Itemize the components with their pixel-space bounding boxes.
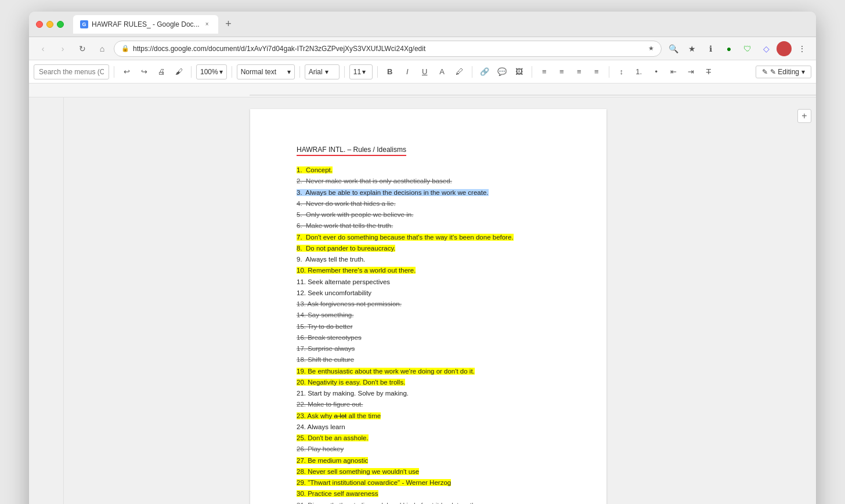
indent-increase-button[interactable]: ⇥: [684, 64, 699, 79]
extension-icon-green[interactable]: ●: [721, 41, 737, 57]
indent-decrease-button[interactable]: ⇤: [666, 64, 681, 79]
item-text: 13. Ask forgiveness not permission.: [297, 300, 402, 307]
item-text: 20. Negativity is easy. Don't be trolls.: [297, 379, 405, 386]
list-item: 28. Never sell something we wouldn't use: [297, 467, 560, 477]
menu-button[interactable]: ⋮: [794, 41, 810, 57]
tab-bar: G HAWRAF RULES_ - Google Doc... × +: [73, 15, 809, 34]
list-item: 15. Try to do better: [297, 322, 560, 332]
item-text: 2. Never make work that is only aestheti…: [297, 177, 452, 184]
list-item: 19. Be enthusiastic about the work we're…: [297, 367, 560, 376]
close-window-button[interactable]: [36, 21, 43, 28]
nav-bar: ‹ › ↻ ⌂ 🔒 https://docs.google.com/docume…: [29, 37, 816, 60]
info-button[interactable]: ℹ: [702, 41, 718, 57]
item-text: 11. Seek alternate perspectives: [297, 278, 390, 285]
font-value: Arial: [309, 68, 323, 76]
font-dropdown-icon: ▾: [325, 68, 328, 76]
user-avatar[interactable]: [777, 41, 792, 56]
divider-9: [609, 66, 609, 78]
minimize-window-button[interactable]: [46, 21, 53, 28]
tab-close-button[interactable]: ×: [203, 20, 211, 28]
link-button[interactable]: 🔗: [477, 64, 492, 79]
bullet-list-button[interactable]: •: [649, 64, 664, 79]
text-color-button[interactable]: A: [435, 64, 450, 79]
search-button[interactable]: 🔍: [665, 41, 681, 57]
divider-6: [377, 66, 378, 78]
zoom-dropdown-icon: ▾: [219, 68, 223, 76]
url-bar[interactable]: 🔒 https://docs.google.com/document/d/1xA…: [114, 41, 662, 57]
back-button[interactable]: ‹: [35, 41, 51, 57]
item-text: 6. Make work that tells the truth.: [297, 222, 393, 229]
align-left-button[interactable]: ≡: [537, 64, 552, 79]
list-item: 17. Surprise always: [297, 344, 560, 354]
right-panel: +: [793, 97, 816, 504]
comment-button[interactable]: 💬: [494, 64, 510, 79]
maximize-window-button[interactable]: [57, 21, 64, 28]
list-item: 14. Say something.: [297, 310, 560, 320]
document-page: HAWRAF INTL. – Rules / Idealisms 1. Conc…: [250, 109, 606, 504]
item-text: 24. Always learn: [297, 423, 345, 430]
editing-label: ✎ Editing: [770, 68, 799, 76]
item-text: 8. Do not pander to bureaucracy.: [297, 245, 395, 252]
list-item: 29. "Thwart institutional cowardice" - W…: [297, 478, 560, 488]
print-button[interactable]: 🖨: [154, 64, 169, 79]
style-value: Normal text: [241, 68, 276, 76]
underline-button[interactable]: U: [417, 64, 432, 79]
font-size-selector[interactable]: 11 ▾: [349, 64, 373, 79]
editing-mode-badge[interactable]: ✎ ✎ Editing ▾: [756, 66, 811, 78]
add-content-button[interactable]: +: [797, 109, 811, 123]
item-text: 21. Start by making. Solve by making.: [297, 390, 409, 397]
home-button[interactable]: ⌂: [94, 41, 110, 57]
list-item: 16. Break stereotypes: [297, 333, 560, 343]
highlight-color-button[interactable]: 🖊: [452, 64, 467, 79]
align-center-button[interactable]: ≡: [554, 64, 569, 79]
bookmark-button[interactable]: ★: [684, 41, 700, 57]
item-text: 17. Surprise always: [297, 345, 355, 352]
list-item: 10. Remember there's a world out there.: [297, 266, 560, 275]
bold-button[interactable]: B: [382, 64, 398, 79]
size-dropdown-icon: ▾: [362, 68, 366, 76]
italic-button[interactable]: I: [400, 64, 415, 79]
item-text: 16. Break stereotypes: [297, 334, 362, 341]
line-spacing-button[interactable]: ↕: [614, 64, 629, 79]
new-tab-button[interactable]: +: [221, 16, 237, 32]
undo-button[interactable]: ↩: [119, 64, 134, 79]
item-text: 26. Play hockey: [297, 445, 344, 452]
extension-icon-purple[interactable]: ◇: [758, 41, 774, 57]
title-bar: G HAWRAF RULES_ - Google Doc... × +: [29, 12, 816, 37]
item-text: 12. Seek uncomfortability: [297, 289, 371, 296]
divider-8: [532, 66, 532, 78]
item-text: 1. Concept.: [297, 166, 333, 173]
refresh-button[interactable]: ↻: [74, 41, 91, 57]
tab-title: HAWRAF RULES_ - Google Doc...: [92, 20, 200, 28]
justify-button[interactable]: ≡: [589, 64, 604, 79]
item-text: 25. Don't be an asshole.: [297, 434, 369, 441]
item-text: 14. Say something.: [297, 311, 353, 318]
left-panel: [29, 97, 64, 504]
list-item: 31. Dismantle the studio model and kind …: [297, 501, 560, 505]
numbered-list-button[interactable]: 1.: [631, 64, 647, 79]
menu-search[interactable]: [34, 64, 109, 79]
list-item: 4. Never do work that hides a lie.: [297, 199, 560, 209]
list-item: 12. Seek uncomfortability: [297, 288, 560, 298]
image-button[interactable]: 🖼: [512, 64, 527, 79]
clear-formatting-button[interactable]: T̶: [701, 64, 716, 79]
format-paint-button[interactable]: 🖌: [171, 64, 186, 79]
list-item: 11. Seek alternate perspectives: [297, 277, 560, 287]
page-area[interactable]: HAWRAF INTL. – Rules / Idealisms 1. Conc…: [64, 97, 793, 504]
forward-button[interactable]: ›: [55, 41, 71, 57]
item-text: 3. Always be able to explain the decisio…: [297, 189, 489, 196]
list-item: 21. Start by making. Solve by making.: [297, 389, 560, 398]
active-tab[interactable]: G HAWRAF RULES_ - Google Doc... ×: [73, 15, 218, 34]
align-right-button[interactable]: ≡: [572, 64, 587, 79]
zoom-value: 100%: [200, 68, 218, 76]
list-item: 1. Concept.: [297, 165, 560, 175]
list-item: 7. Don't ever do something because that'…: [297, 233, 560, 242]
paragraph-style-selector[interactable]: Normal text ▾: [237, 64, 295, 79]
extension-icon-shield[interactable]: 🛡: [739, 41, 756, 57]
zoom-selector[interactable]: 100% ▾: [196, 64, 227, 79]
rules-list: 1. Concept. 2. Never make work that is o…: [297, 165, 560, 504]
ruler: [29, 84, 816, 97]
ruler-svg: [250, 84, 816, 97]
redo-button[interactable]: ↪: [136, 64, 151, 79]
font-selector[interactable]: Arial ▾: [305, 64, 340, 79]
